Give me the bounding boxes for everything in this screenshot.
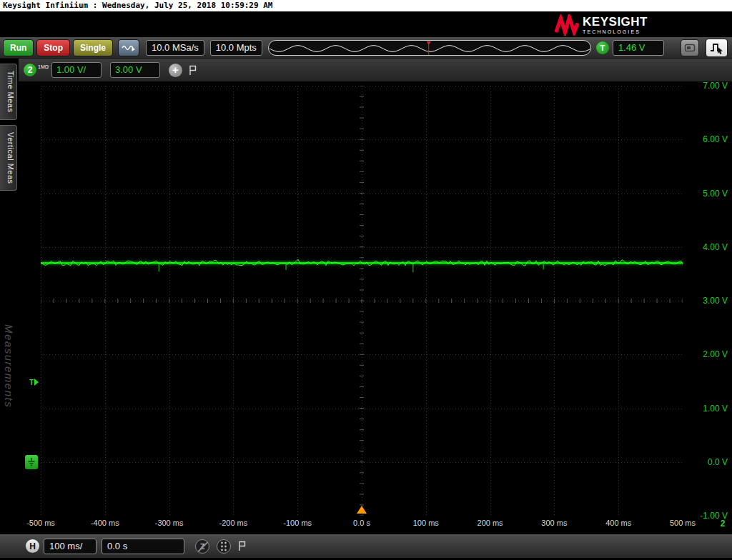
voltage-label: 7.00 V bbox=[703, 80, 728, 91]
keysight-spark-icon bbox=[555, 14, 579, 36]
trigger-level-display[interactable]: 1.46 V bbox=[613, 40, 664, 56]
pin-button[interactable] bbox=[238, 541, 246, 551]
brand-text: KEYSIGHT TECHNOLOGIES bbox=[583, 16, 648, 34]
brand-name: KEYSIGHT bbox=[583, 16, 648, 28]
stop-button[interactable]: Stop bbox=[36, 39, 70, 56]
preview-waveform-icon bbox=[269, 41, 591, 56]
time-label: 0.0 s bbox=[337, 519, 387, 527]
scope-grid bbox=[41, 86, 683, 516]
add-measurement-button[interactable]: + bbox=[169, 64, 182, 77]
touchpad-button[interactable] bbox=[681, 39, 699, 56]
channel-axis-badge: 2 bbox=[715, 519, 731, 529]
touchpad-icon bbox=[684, 43, 696, 53]
voltage-label: 0.0 V bbox=[708, 456, 728, 468]
time-label: -300 ms bbox=[144, 519, 194, 527]
time-label: 500 ms bbox=[658, 519, 708, 527]
waveform-cursor-icon bbox=[709, 41, 725, 54]
voltage-label: 5.00 V bbox=[703, 188, 728, 199]
trigger-level-marker[interactable]: T bbox=[29, 379, 39, 386]
single-button[interactable]: Single bbox=[73, 39, 113, 56]
brand-sub: TECHNOLOGIES bbox=[583, 29, 648, 34]
timebase-display[interactable]: 100 ms/ bbox=[44, 539, 97, 554]
time-label: -200 ms bbox=[208, 519, 258, 527]
trigger-marker-label: T bbox=[29, 379, 34, 386]
measurements-watermark: Measurements bbox=[3, 324, 15, 408]
tab-time-meas[interactable]: Time Meas bbox=[0, 64, 17, 120]
dots-icon bbox=[219, 541, 229, 552]
time-label: -500 ms bbox=[16, 519, 66, 527]
time-labels: -500 ms-400 ms-300 ms-200 ms-100 ms0.0 s… bbox=[41, 519, 683, 530]
vertical-scale-display[interactable]: 1.00 V/ bbox=[51, 62, 102, 78]
horizontal-badge: H bbox=[26, 539, 39, 553]
pin-icon bbox=[238, 541, 246, 551]
title-text: Keysight Infiniium : Wednesday, July 25,… bbox=[3, 1, 273, 10]
oscilloscope-app: Keysight Infiniium : Wednesday, July 25,… bbox=[0, 0, 732, 560]
keypad-button[interactable] bbox=[217, 539, 231, 554]
zoom-button[interactable]: Z bbox=[195, 539, 209, 554]
time-label: -400 ms bbox=[80, 519, 130, 527]
voltage-labels: 7.00 V6.00 V5.00 V4.00 V3.00 V2.00 V1.00… bbox=[686, 86, 729, 516]
waveform-cursor-button[interactable] bbox=[706, 39, 728, 57]
pin-button[interactable] bbox=[189, 65, 197, 76]
vertical-offset-display[interactable]: 3.00 V bbox=[110, 62, 160, 78]
time-label: 100 ms bbox=[401, 519, 451, 527]
impedance-label: 1MΩ bbox=[38, 64, 49, 69]
memory-depth-display[interactable]: 10.0 Mpts bbox=[210, 40, 262, 56]
pin-icon bbox=[189, 65, 197, 76]
touch-wave-icon bbox=[122, 43, 136, 53]
horizontal-position-display[interactable]: 0.0 s bbox=[102, 539, 184, 554]
scope-display[interactable]: T bbox=[41, 86, 683, 516]
toolbar-right-group bbox=[681, 39, 728, 57]
run-button[interactable]: Run bbox=[3, 39, 34, 56]
ground-icon bbox=[27, 457, 36, 467]
sample-rate-display[interactable]: 10.0 MSa/s bbox=[146, 40, 204, 56]
voltage-label: 1.00 V bbox=[703, 403, 728, 414]
time-label: 200 ms bbox=[465, 519, 515, 527]
trigger-arrow-icon bbox=[34, 379, 39, 386]
title-bar: Keysight Infiniium : Wednesday, July 25,… bbox=[0, 0, 732, 11]
tab-vertical-meas[interactable]: Vertical Meas bbox=[0, 125, 17, 191]
time-label: -100 ms bbox=[272, 519, 322, 527]
voltage-label: 6.00 V bbox=[703, 134, 728, 145]
time-label: 300 ms bbox=[529, 519, 579, 527]
waveform-preview[interactable] bbox=[268, 40, 591, 56]
channel-bar: 2 1MΩ 1.00 V/ 3.00 V + bbox=[19, 59, 732, 81]
keysight-logo: KEYSIGHT TECHNOLOGIES bbox=[555, 14, 648, 36]
voltage-label: 2.00 V bbox=[703, 349, 728, 360]
trigger-time-marker[interactable] bbox=[357, 506, 367, 514]
channel-2-badge[interactable]: 2 bbox=[24, 64, 36, 76]
ground-marker[interactable] bbox=[25, 455, 38, 469]
time-label: 400 ms bbox=[593, 519, 643, 527]
bottom-bar: H 100 ms/ 0.0 s Z bbox=[0, 534, 732, 558]
sidebar: Time Meas Vertical Meas Measurements bbox=[0, 59, 19, 534]
touch-button[interactable] bbox=[118, 39, 139, 56]
voltage-label: 4.00 V bbox=[703, 241, 728, 253]
header: KEYSIGHT TECHNOLOGIES bbox=[0, 11, 732, 37]
toolbar: Run Stop Single 10.0 MSa/s 10.0 Mpts T 1… bbox=[0, 37, 732, 59]
voltage-label: 3.00 V bbox=[703, 295, 728, 306]
trigger-badge: T bbox=[596, 41, 609, 54]
